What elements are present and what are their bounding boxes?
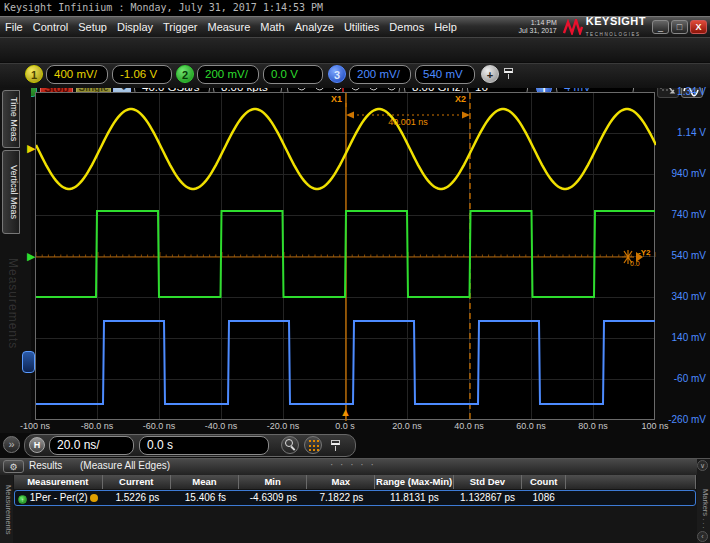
clock: 1:14 PM Jul 31, 2017 [519, 19, 563, 35]
cursor-y2-value: 0.0 [630, 260, 640, 267]
horizontal-menu-button[interactable]: H [29, 437, 45, 453]
cursor-x1-label[interactable]: X1 [320, 94, 342, 104]
channel-3-scale-field[interactable]: 200 mV/ [349, 65, 411, 84]
y-axis-label: 340 mV [658, 291, 706, 302]
col-current: Current [103, 475, 171, 489]
x-axis-label: 40.0 ns [438, 421, 500, 431]
panel-expand-icon[interactable]: ‹ [697, 531, 708, 542]
tab-time-meas[interactable]: Time Meas [2, 90, 20, 148]
x-axis-label: 60.0 ns [500, 421, 562, 431]
expand-controls-button[interactable]: » [3, 436, 20, 453]
y-axis-label: -60 mV [658, 373, 706, 384]
clock-date: Jul 31, 2017 [519, 27, 557, 34]
col-mean: Mean [171, 475, 239, 489]
restore-button[interactable]: □ [671, 20, 688, 34]
menu-utilities[interactable]: Utilities [339, 21, 384, 33]
col-max: Max [307, 475, 375, 489]
panel-collapse-icon[interactable]: ∨ [697, 460, 708, 471]
keysight-logo-icon [563, 19, 583, 35]
results-panel: ⚙ Results (Measure All Edges) · · · · · … [0, 458, 710, 543]
measurement-color-dot [90, 494, 98, 502]
x-axis-label: 20.0 ns [376, 421, 438, 431]
y-axis-label: 140 mV [658, 332, 706, 343]
timebase-position-field[interactable]: 0.0 s [139, 436, 269, 455]
hrow-pin-icon[interactable] [331, 440, 340, 445]
y-axis-label: 540 mV [658, 250, 706, 261]
channel-3-offset-field[interactable]: 540 mV [415, 65, 475, 84]
cursor-delta-readout: 40.001 ns [358, 117, 458, 127]
channel-1-scale-field[interactable]: 400 mV/ [46, 65, 108, 84]
window-title: Keysight Infiniium : Monday, July 31, 20… [0, 0, 710, 16]
close-button[interactable]: X [690, 20, 707, 34]
sidebar-watermark: Measurements [6, 258, 20, 418]
horizontal-zoom-icon[interactable] [281, 436, 299, 454]
channel-2-offset-field[interactable]: 0.0 V [263, 65, 323, 84]
channel-1-offset-field[interactable]: -1.06 V [112, 65, 172, 84]
channel-1-ground-marker[interactable]: ▶ [27, 142, 35, 154]
y-axis-label: 940 mV [658, 168, 706, 179]
cell-max: 7.1822 ps [307, 491, 375, 505]
x-axis-label: 0.0 s [314, 421, 376, 431]
add-waveform-button[interactable]: + [481, 65, 499, 83]
menu-demos[interactable]: Demos [384, 21, 429, 33]
waveform-canvas [36, 93, 656, 421]
cell-min: -4.6309 ps [239, 491, 307, 505]
menu-trigger[interactable]: Trigger [158, 21, 202, 33]
x-axis-label: -100 ns [4, 421, 66, 431]
menu-math[interactable]: Math [255, 21, 289, 33]
menu-control[interactable]: Control [28, 21, 73, 33]
results-header: ⚙ Results (Measure All Edges) · · · · · [0, 459, 710, 475]
waveform-display[interactable]: X1 X2 40.001 ns -Y2 0.0 ▶ ▶ ▲ [35, 92, 655, 420]
menu-analyze[interactable]: Analyze [290, 21, 339, 33]
channel-3-drag-handle[interactable] [22, 351, 35, 373]
tab-vertical-meas[interactable]: Vertical Meas [2, 150, 20, 234]
cursor-y2-label[interactable]: -Y2 [638, 248, 650, 257]
results-table: Measurement Current Mean Min Max Range (… [14, 475, 696, 506]
x-axis-label: -20.0 ns [252, 421, 314, 431]
y-axis-label: 1.14 V [658, 127, 706, 138]
cell-current: 1.5226 ps [103, 491, 171, 505]
panel-drag-grip[interactable]: · · · · · [330, 459, 376, 470]
channel-2-scale-field[interactable]: 200 mV/ [197, 65, 259, 84]
cell-stddev: 1.132867 ps [454, 491, 522, 505]
col-measurement: Measurement [14, 475, 103, 489]
cell-range: 11.8131 ps [375, 491, 453, 505]
cursor-x2-label[interactable]: X2 [444, 94, 466, 104]
menu-help[interactable]: Help [429, 21, 462, 33]
results-title: Results [29, 460, 62, 471]
col-count: Count [522, 475, 566, 489]
x-axis-label: 80.0 ns [562, 421, 624, 431]
menu-measure[interactable]: Measure [202, 21, 255, 33]
clock-time: 1:14 PM [531, 19, 557, 26]
y-axis-label: 1.34 V [658, 86, 706, 97]
menu-setup[interactable]: Setup [73, 21, 112, 33]
tab-measurements-vertical[interactable]: Measurements [0, 475, 13, 543]
timebase-scale-field[interactable]: 20.0 ns/ [49, 436, 134, 455]
col-range: Range (Max-Min) [375, 475, 453, 489]
trigger-time-marker[interactable]: ▲ [340, 406, 351, 418]
keysight-brand: KEYSIGHT TECHNOLOGIES [563, 15, 650, 39]
results-column-headers: Measurement Current Mean Min Max Range (… [14, 475, 696, 489]
menu-bar: File Control Setup Display Trigger Measu… [0, 16, 710, 37]
channel-3-toggle[interactable]: 3 [328, 65, 346, 83]
x-axis-label: -80.0 ns [66, 421, 128, 431]
menu-file[interactable]: File [0, 21, 28, 33]
channel-2-ground-marker[interactable]: ▶ [27, 250, 35, 262]
x-axis-label: 100 ns [624, 421, 686, 431]
minimize-button[interactable]: _ [652, 20, 669, 34]
y-axis-label: 740 mV [658, 209, 706, 220]
time-reference-icon[interactable] [304, 436, 322, 454]
channel-1-toggle[interactable]: 1 [25, 65, 43, 83]
menu-display[interactable]: Display [112, 21, 158, 33]
measurement-status-icon: ↑ [18, 495, 27, 504]
x-axis-label: -60.0 ns [128, 421, 190, 431]
brand-name: KEYSIGHT [586, 15, 646, 27]
x-axis-label: -40.0 ns [190, 421, 252, 431]
oscilloscope-screen: Keysight Infiniium : Monday, July 31, 20… [0, 0, 710, 543]
pin-icon[interactable] [504, 68, 513, 73]
measurement-name: 1Per - Per(2) [30, 492, 88, 503]
results-gear-icon[interactable]: ⚙ [3, 460, 24, 473]
cell-count: 1086 [522, 491, 566, 505]
channel-2-toggle[interactable]: 2 [176, 65, 194, 83]
table-row[interactable]: ↑ 1Per - Per(2) 1.5226 ps 15.406 fs -4.6… [14, 490, 696, 506]
